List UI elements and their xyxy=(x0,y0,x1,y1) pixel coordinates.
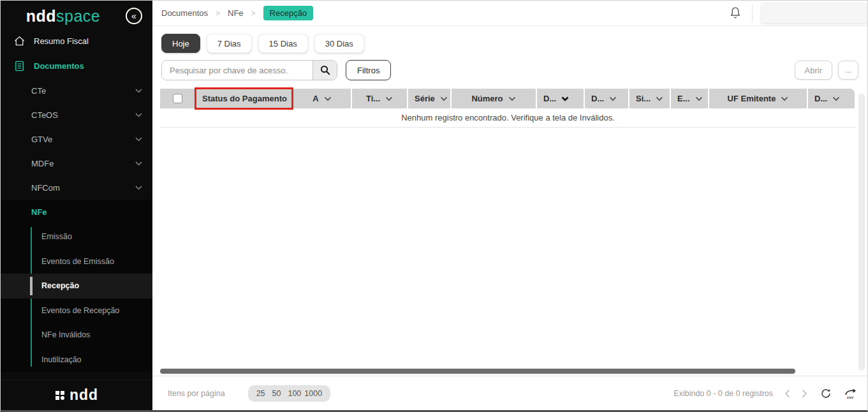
sidebar-item-resumo-fiscal[interactable]: Resumo Fiscal xyxy=(1,29,152,54)
sidebar-item-mdfe[interactable]: MDFe xyxy=(1,151,152,175)
sidebar-subitem-label: Eventos de Recepção xyxy=(41,306,119,315)
sidebar-group-label: NFCom xyxy=(31,183,60,193)
breadcrumb: Documentos > NFe > Recepção xyxy=(161,6,313,20)
sidebar-subitem-recepcao[interactable]: Recepção xyxy=(1,274,152,298)
sidebar-subitem-eventos-de-emissao[interactable]: Eventos de Emissão xyxy=(1,249,152,274)
chevron-down-icon xyxy=(135,113,142,117)
search-toolbar: Filtros Abrir ... xyxy=(161,60,858,80)
search-icon xyxy=(320,65,330,75)
sidebar: nddspace « Resumo Fiscal Documentos CTe xyxy=(1,1,152,410)
export-csv-icon[interactable]: csv xyxy=(844,388,857,399)
search-group xyxy=(161,60,337,80)
filtros-button[interactable]: Filtros xyxy=(346,60,391,80)
sidebar-item-gtve[interactable]: GTVe xyxy=(1,127,152,151)
sort-chevron-icon-active[interactable] xyxy=(561,96,569,101)
column-header-numero[interactable]: Número xyxy=(452,89,536,108)
column-header-status-do-pagamento[interactable]: Status do Pagamento xyxy=(196,89,292,108)
notifications-bell-icon[interactable] xyxy=(729,6,742,20)
chevron-right-icon: > xyxy=(251,9,256,18)
date-filter-30-dias[interactable]: 30 Dias xyxy=(314,34,364,53)
column-label: Status do Pagamento xyxy=(202,94,287,103)
sidebar-item-documentos[interactable]: Documentos xyxy=(1,54,152,78)
sort-chevron-icon[interactable] xyxy=(656,96,663,101)
horizontal-scrollbar-thumb[interactable] xyxy=(160,369,795,374)
column-header-serie[interactable]: Série xyxy=(408,89,450,108)
pagination-bar: Itens por página 25 50 100 1000 Exibindo… xyxy=(152,376,867,410)
column-header-d2[interactable]: D... xyxy=(585,89,628,108)
nfe-submenu: Emissão Eventos de Emissão Recepção Even… xyxy=(1,224,152,372)
sidebar-item-label: Resumo Fiscal xyxy=(34,36,89,46)
sidebar-subitem-emissao[interactable]: Emissão xyxy=(1,224,152,249)
column-label: D... xyxy=(591,94,604,103)
sort-chevron-icon[interactable] xyxy=(508,96,516,101)
sort-chevron-icon[interactable] xyxy=(385,96,393,101)
sidebar-subitem-inutilizacao[interactable]: Inutilização xyxy=(1,348,152,372)
column-header-d3[interactable]: D... xyxy=(808,89,855,108)
chevron-down-icon xyxy=(135,137,142,142)
sort-chevron-icon[interactable] xyxy=(440,96,448,101)
breadcrumb-current-badge: Recepção xyxy=(263,6,314,20)
sort-chevron-icon[interactable] xyxy=(324,96,332,101)
page-size-1000[interactable]: 1000 xyxy=(304,389,322,398)
sidebar-item-nfe[interactable]: NFe xyxy=(1,200,152,224)
sort-chevron-icon[interactable] xyxy=(609,96,617,101)
sidebar-collapse-button[interactable]: « xyxy=(126,8,142,24)
sort-chevron-icon[interactable] xyxy=(832,96,840,101)
chevron-down-icon xyxy=(135,186,142,190)
previous-page-icon[interactable] xyxy=(784,389,790,398)
page-size-25[interactable]: 25 xyxy=(256,389,265,398)
column-header-e[interactable]: E... xyxy=(671,89,708,108)
column-header-a[interactable]: A xyxy=(293,89,351,108)
date-filter-hoje[interactable]: Hoje xyxy=(161,34,200,53)
select-all-checkbox[interactable] xyxy=(173,94,182,103)
table-actions: Abrir ... xyxy=(795,61,858,80)
sort-chevron-icon[interactable] xyxy=(781,96,788,101)
page-size-selector: 25 50 100 1000 xyxy=(248,385,330,402)
date-filter-15-dias[interactable]: 15 Dias xyxy=(258,34,308,53)
sidebar-group-label: CTeOS xyxy=(31,110,58,120)
breadcrumb-nfe[interactable]: NFe xyxy=(228,8,244,18)
column-label: Número xyxy=(471,94,503,103)
sidebar-item-cte[interactable]: CTe xyxy=(1,78,152,103)
column-label: Si... xyxy=(636,94,651,103)
sidebar-group-label: GTVe xyxy=(31,135,52,144)
breadcrumb-documentos[interactable]: Documentos xyxy=(161,8,208,18)
sidebar-subitem-nfe-invalidos[interactable]: NFe Inválidos xyxy=(1,323,152,348)
ndd-mark-icon xyxy=(55,390,65,401)
sidebar-logo-row: nddspace « xyxy=(1,1,152,29)
page-size-100[interactable]: 100 xyxy=(288,389,301,398)
column-header-d1[interactable]: D... xyxy=(537,89,584,108)
sort-chevron-icon[interactable] xyxy=(695,96,703,101)
search-input[interactable] xyxy=(162,61,313,80)
column-header-ti[interactable]: Ti... xyxy=(352,89,407,108)
csv-label: csv xyxy=(847,395,854,399)
column-label: D... xyxy=(543,94,556,103)
search-button[interactable] xyxy=(313,61,337,80)
document-icon xyxy=(13,60,26,72)
sidebar-item-nfcom[interactable]: NFCom xyxy=(1,175,152,200)
date-filter-7-dias[interactable]: 7 Dias xyxy=(207,34,252,53)
sidebar-subitem-eventos-de-recepcao[interactable]: Eventos de Recepção xyxy=(1,298,152,323)
sidebar-footer: ndd xyxy=(1,379,152,410)
sidebar-subitem-label: Eventos de Emissão xyxy=(41,257,114,266)
sidebar-item-label: Documentos xyxy=(34,61,84,71)
sidebar-item-cteos[interactable]: CTeOS xyxy=(1,103,152,127)
column-header-uf-emitente[interactable]: UF Emitente xyxy=(709,89,807,108)
next-page-icon[interactable] xyxy=(802,389,807,398)
page-size-50[interactable]: 50 xyxy=(272,389,281,398)
showing-records-text: Exibindo 0 - 0 de 0 registros xyxy=(673,389,773,398)
more-options-button[interactable]: ... xyxy=(838,61,858,80)
abrir-button[interactable]: Abrir xyxy=(795,61,832,80)
vertical-scrollbar-track xyxy=(858,94,865,371)
column-label: D... xyxy=(814,94,827,103)
column-label: Ti... xyxy=(366,94,380,103)
nddspace-logo: nddspace xyxy=(1,7,126,26)
user-profile-block[interactable] xyxy=(761,3,867,23)
pagination-controls: Exibindo 0 - 0 de 0 registros csv xyxy=(673,388,857,399)
items-per-page-label: Itens por página xyxy=(168,389,225,398)
refresh-icon[interactable] xyxy=(820,388,832,399)
date-range-filters: Hoje 7 Dias 15 Dias 30 Dias xyxy=(161,34,867,53)
column-header-si[interactable]: Si... xyxy=(629,89,670,108)
sidebar-subitem-label: Emissão xyxy=(41,232,72,241)
topbar-divider xyxy=(752,5,753,22)
